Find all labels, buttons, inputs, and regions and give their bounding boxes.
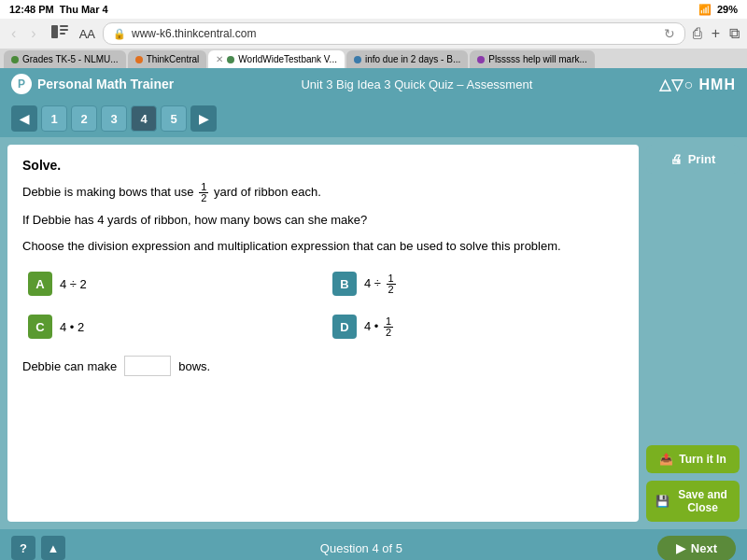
next-button[interactable]: ▶ Next bbox=[657, 536, 736, 561]
date-display: Thu Mar 4 bbox=[60, 4, 108, 15]
choice-d[interactable]: D 4 • 12 bbox=[327, 309, 624, 344]
tab-world[interactable]: ✕ WorldWideTestbank V... bbox=[208, 50, 345, 68]
address-bar[interactable]: 🔒 www-k6.thinkcentral.com ↻ bbox=[103, 22, 685, 45]
turn-in-label: Turn it In bbox=[679, 453, 726, 466]
hmh-logo: △▽○ HMH bbox=[659, 76, 736, 93]
tab-info[interactable]: info due in 2 days - B... bbox=[346, 50, 468, 68]
browser-actions: ⎙ + ⧉ bbox=[693, 25, 740, 42]
turn-in-icon: 📤 bbox=[659, 453, 673, 466]
choice-b-text: 4 ÷ 12 bbox=[364, 273, 398, 295]
lock-icon: 🔒 bbox=[113, 28, 126, 40]
tabs-icon[interactable]: ⧉ bbox=[729, 25, 740, 42]
svg-rect-2 bbox=[60, 29, 68, 31]
quiz-title: Unit 3 Big Idea 3 Quick Quiz – Assessmen… bbox=[301, 77, 532, 91]
choice-c[interactable]: C 4 • 2 bbox=[22, 309, 319, 344]
tab-help[interactable]: Plsssss help will mark... bbox=[470, 50, 595, 68]
svg-rect-0 bbox=[51, 25, 58, 38]
choice-d-label: D bbox=[332, 315, 357, 339]
back-button[interactable]: ‹ bbox=[7, 23, 20, 44]
save-close-label: Save and Close bbox=[675, 488, 730, 514]
browser-nav-bar: ‹ › AA 🔒 www-k6.thinkcentral.com ↻ ⎙ + ⧉ bbox=[0, 19, 747, 49]
bottom-bar: ? ▲ Question 4 of 5 ▶ Next bbox=[0, 529, 747, 560]
print-label: Print bbox=[688, 152, 716, 166]
choice-c-label: C bbox=[28, 315, 52, 339]
question-1-button[interactable]: 1 bbox=[41, 105, 67, 132]
fraction-denominator: 2 bbox=[199, 193, 208, 203]
solve-label: Solve. bbox=[22, 158, 624, 173]
next-question-button[interactable]: ▶ bbox=[190, 105, 217, 132]
logo-icon: P bbox=[11, 74, 32, 94]
question-nav: ◀ 1 2 3 4 5 ▶ bbox=[0, 100, 747, 137]
next-arrow-icon: ▶ bbox=[676, 541, 685, 555]
warning-button[interactable]: ▲ bbox=[41, 536, 65, 560]
choice-b-label: B bbox=[332, 272, 357, 296]
choice-b[interactable]: B 4 ÷ 12 bbox=[327, 266, 624, 301]
choices-grid: A 4 ÷ 2 B 4 ÷ 12 C 4 • 2 D 4 • 12 bbox=[22, 266, 624, 344]
app-header: P Personal Math Trainer Unit 3 Big Idea … bbox=[0, 68, 747, 100]
save-icon: 💾 bbox=[655, 495, 669, 508]
app-title: Personal Math Trainer bbox=[37, 77, 174, 91]
prev-question-button[interactable]: ◀ bbox=[11, 105, 37, 132]
help-button[interactable]: ? bbox=[11, 536, 35, 560]
problem-text: Debbie is making bows that use 1 2 yard … bbox=[22, 182, 624, 203]
answer-input[interactable] bbox=[124, 356, 171, 376]
question-4-button[interactable]: 4 bbox=[131, 105, 157, 132]
main-layout: Solve. Debbie is making bows that use 1 … bbox=[0, 137, 747, 529]
turn-in-button[interactable]: 📤 Turn it In bbox=[646, 445, 740, 473]
answer-prefix: Debbie can make bbox=[22, 359, 117, 373]
tab-think[interactable]: ThinkCentral bbox=[128, 50, 207, 68]
wifi-icon: 📶 bbox=[698, 4, 712, 16]
svg-rect-1 bbox=[60, 25, 68, 27]
question-text: If Debbie has 4 yards of ribbon, how man… bbox=[22, 211, 624, 230]
tab-grades[interactable]: Grades TK-5 - NLMU... bbox=[4, 50, 126, 68]
question-2-button[interactable]: 2 bbox=[71, 105, 97, 132]
question-5-button[interactable]: 5 bbox=[161, 105, 187, 132]
answer-row: Debbie can make bows. bbox=[22, 356, 624, 376]
share-icon[interactable]: ⎙ bbox=[693, 25, 702, 42]
printer-icon: 🖨 bbox=[670, 152, 683, 166]
answer-suffix: bows. bbox=[178, 359, 210, 373]
browser-tabs: Grades TK-5 - NLMU... ThinkCentral ✕ Wor… bbox=[0, 49, 747, 68]
svg-rect-3 bbox=[60, 33, 65, 35]
help-buttons: ? ▲ bbox=[11, 536, 65, 560]
add-tab-icon[interactable]: + bbox=[712, 25, 720, 42]
choice-a-text: 4 ÷ 2 bbox=[60, 277, 87, 291]
next-label: Next bbox=[691, 541, 717, 555]
question-3-button[interactable]: 3 bbox=[101, 105, 127, 132]
battery-display: 29% bbox=[717, 4, 738, 15]
question-counter: Question 4 of 5 bbox=[320, 541, 402, 555]
choice-c-text: 4 • 2 bbox=[60, 320, 84, 334]
problem-intro: Debbie is making bows that use bbox=[22, 185, 194, 199]
print-button[interactable]: 🖨 Print bbox=[646, 145, 740, 174]
instruction-text: Choose the division expression and multi… bbox=[22, 237, 624, 256]
choice-a-label: A bbox=[28, 272, 52, 296]
right-panel: 🖨 Print 📤 Turn it In 💾 Save and Close bbox=[646, 145, 740, 522]
tab-close-icon[interactable]: ✕ bbox=[216, 54, 223, 64]
fraction-display: 1 2 bbox=[197, 185, 214, 199]
save-close-button[interactable]: 💾 Save and Close bbox=[646, 481, 740, 522]
choice-a[interactable]: A 4 ÷ 2 bbox=[22, 266, 319, 301]
choice-d-text: 4 • 12 bbox=[364, 316, 395, 338]
status-bar: 12:48 PM Thu Mar 4 📶 29% bbox=[0, 0, 747, 19]
time-display: 12:48 PM bbox=[9, 4, 54, 15]
problem-unit: yard of ribbon each. bbox=[214, 185, 321, 199]
content-area: Solve. Debbie is making bows that use 1 … bbox=[7, 145, 639, 522]
url-text: www-k6.thinkcentral.com bbox=[132, 27, 658, 40]
aa-text: AA bbox=[79, 27, 95, 41]
app-logo: P Personal Math Trainer bbox=[11, 74, 174, 94]
forward-button[interactable]: › bbox=[27, 23, 39, 44]
reader-button[interactable] bbox=[48, 23, 72, 44]
refresh-icon: ↻ bbox=[664, 26, 675, 41]
